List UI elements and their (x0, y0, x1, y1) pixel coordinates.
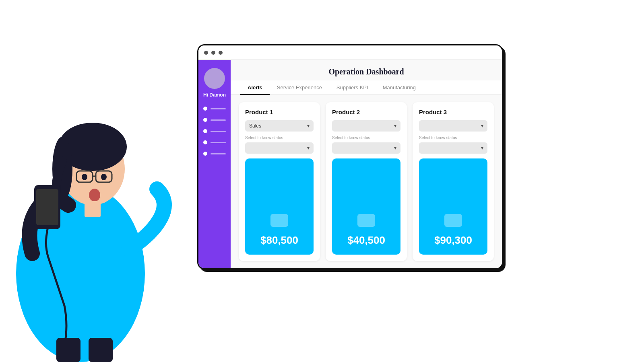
tab-manufacturing[interactable]: Manufacturing (376, 80, 423, 95)
product-1-dropdown-1[interactable]: Sales ▾ (245, 120, 314, 132)
avatar (204, 68, 225, 89)
product-1-value-icon (270, 214, 288, 227)
product-2-dropdown-2-arrow: ▾ (394, 145, 396, 151)
product-2-value-icon (357, 214, 375, 227)
nav-line-3 (211, 131, 226, 132)
tabs-bar: Alerts Service Experience Suppliers KPI … (231, 80, 502, 95)
product-2-dropdown-2[interactable]: ▾ (332, 142, 400, 154)
products-area: Product 1 Sales ▾ Select to know status … (231, 95, 502, 268)
nav-dot-2 (203, 118, 207, 122)
product-1-value-card: $80,500 (245, 158, 314, 255)
product-3-value-amount: $90,300 (434, 234, 472, 247)
nav-line-5 (211, 153, 226, 154)
product-3-status-label: Select to know status (419, 136, 487, 140)
svg-point-7 (82, 174, 87, 180)
tab-alerts[interactable]: Alerts (240, 80, 270, 95)
svg-rect-14 (89, 338, 113, 362)
sidebar-item-4[interactable] (203, 140, 226, 144)
nav-line-1 (211, 108, 226, 109)
product-3-dropdown-2-arrow: ▾ (481, 145, 483, 151)
product-card-1: Product 1 Sales ▾ Select to know status … (239, 102, 320, 261)
product-1-value-amount: $80,500 (260, 234, 298, 247)
tab-suppliers-kpi[interactable]: Suppliers KPI (329, 80, 376, 95)
svg-rect-12 (36, 189, 58, 225)
product-1-dropdown-2[interactable]: ▾ (245, 142, 314, 154)
svg-point-9 (89, 189, 100, 202)
product-2-status-label: Select to know status (332, 136, 400, 140)
product-3-value-icon (444, 214, 462, 227)
sidebar-item-3[interactable] (203, 129, 226, 133)
sidebar-item-1[interactable] (203, 107, 226, 111)
main-content: Operation Dashboard Alerts Service Exper… (231, 60, 502, 268)
product-3-value-card: $90,300 (419, 158, 487, 255)
tab-service-experience[interactable]: Service Experience (270, 80, 329, 95)
nav-line-2 (211, 119, 226, 121)
product-3-dropdown-1-arrow: ▾ (481, 123, 483, 129)
product-2-value-amount: $40,500 (347, 234, 385, 247)
product-2-value-card: $40,500 (332, 158, 400, 255)
product-1-title: Product 1 (245, 109, 314, 115)
svg-rect-13 (56, 338, 80, 362)
sidebar-nav (198, 107, 231, 262)
nav-dot-3 (203, 129, 207, 133)
product-1-dropdown-1-arrow: ▾ (307, 123, 310, 129)
browser-window: Hi Damon (197, 44, 503, 269)
product-2-title: Product 2 (332, 109, 400, 115)
product-3-dropdown-1[interactable]: ▾ (419, 120, 487, 132)
browser-dot-2 (211, 51, 215, 55)
nav-dot-5 (203, 152, 207, 156)
product-2-dropdown-1[interactable]: ▾ (332, 120, 400, 132)
browser-dot-3 (219, 51, 223, 55)
product-3-title: Product 3 (419, 109, 487, 115)
dashboard-title: Operation Dashboard (231, 60, 502, 80)
product-1-dropdown-2-arrow: ▾ (307, 145, 310, 151)
nav-line-4 (211, 142, 226, 143)
product-1-status-label: Select to know status (245, 136, 314, 140)
product-2-dropdown-1-arrow: ▾ (394, 123, 396, 129)
product-card-3: Product 3 ▾ Select to know status ▾ $90,… (413, 102, 494, 261)
browser-dot-1 (204, 51, 208, 55)
greeting-label: Hi Damon (203, 92, 226, 98)
nav-dot-1 (203, 107, 207, 111)
svg-point-8 (101, 174, 107, 180)
sidebar: Hi Damon (198, 60, 231, 268)
browser-titlebar (198, 45, 502, 60)
nav-dot-4 (203, 140, 207, 144)
product-1-dropdown-1-label: Sales (249, 123, 261, 129)
sidebar-item-2[interactable] (203, 118, 226, 122)
sidebar-item-5[interactable] (203, 152, 226, 156)
product-card-2: Product 2 ▾ Select to know status ▾ $40,… (326, 102, 407, 261)
product-3-dropdown-2[interactable]: ▾ (419, 142, 487, 154)
person-illustration (0, 32, 185, 362)
svg-rect-10 (85, 201, 101, 217)
